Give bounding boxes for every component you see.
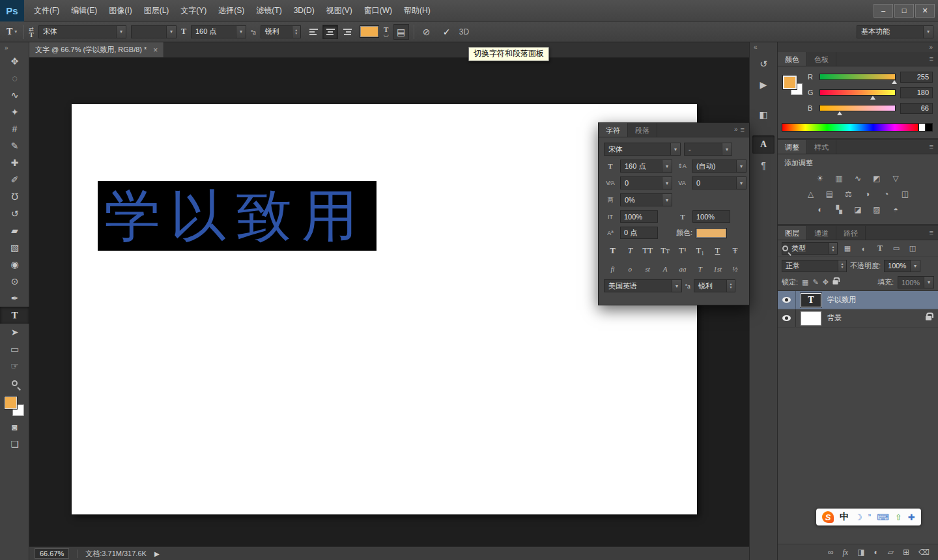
expand-panels-icon[interactable]: « <box>754 44 758 51</box>
fill-select[interactable]: 100% ▾ <box>898 276 934 288</box>
text-layer-thumbnail[interactable]: T <box>801 293 821 307</box>
panel-menu-icon[interactable]: ≡ <box>930 140 938 154</box>
red-slider[interactable] <box>819 74 896 80</box>
chevron-down-icon[interactable]: ▾ <box>662 194 672 206</box>
filter-shape-layers-icon[interactable]: ▭ <box>890 243 903 255</box>
ime-language-toggle[interactable]: 中 <box>840 511 849 523</box>
zoom-level-field[interactable]: 66.67% <box>35 548 69 559</box>
chevron-down-icon[interactable]: ▾ <box>736 160 746 172</box>
eraser-tool[interactable]: ▰ <box>0 222 29 239</box>
lock-transparency-icon[interactable]: ▦ <box>802 278 808 287</box>
background-layer-thumbnail[interactable] <box>801 311 821 326</box>
stepper-icon[interactable]: ▲ ▼ <box>292 26 300 38</box>
close-button[interactable]: ✕ <box>915 4 935 18</box>
menu-item-filter[interactable]: 滤镜(T) <box>250 0 287 21</box>
menu-item-3d[interactable]: 3D(D) <box>288 0 320 21</box>
underline-button[interactable]: T <box>710 244 725 257</box>
add-layer-mask-icon[interactable]: ◨ <box>857 548 864 557</box>
language-select[interactable]: 美国英语 ▾ <box>604 279 682 292</box>
layer-name[interactable]: 学以致用 <box>827 295 938 305</box>
menu-item-image[interactable]: 图像(I) <box>103 0 137 21</box>
brightness-contrast-icon[interactable]: ☀ <box>813 173 827 184</box>
blur-tool[interactable]: ◉ <box>0 256 29 273</box>
char-anti-alias-select[interactable]: 锐利 ▲ ▼ <box>694 279 735 292</box>
small-caps-button[interactable]: Tᴛ <box>658 244 673 257</box>
foreground-color-swatch[interactable] <box>5 397 17 409</box>
collapse-panel-icon[interactable]: » <box>734 123 741 137</box>
curves-icon[interactable]: ∿ <box>851 173 865 184</box>
align-left-button[interactable] <box>306 25 321 39</box>
type-tool[interactable]: T <box>0 307 29 324</box>
new-group-icon[interactable]: ▱ <box>888 548 894 557</box>
panel-menu-icon[interactable]: ≡ <box>741 123 749 137</box>
tab-styles[interactable]: 样式 <box>807 140 836 154</box>
visibility-toggle[interactable] <box>778 291 796 309</box>
quick-selection-tool[interactable]: ✦ <box>0 104 29 120</box>
skin-icon[interactable]: ⇧ <box>895 512 902 522</box>
stepper-icon[interactable]: ▲ ▼ <box>829 243 837 254</box>
spot-healing-tool[interactable]: ✚ <box>0 154 29 171</box>
panel-menu-icon[interactable]: ≡ <box>930 226 938 240</box>
chevron-down-icon[interactable]: ▾ <box>662 177 672 189</box>
dodge-tool[interactable]: ⊙ <box>0 273 29 290</box>
screen-mode-button[interactable]: ❏ <box>0 436 29 453</box>
fractions-button[interactable]: ½ <box>728 262 743 275</box>
menu-item-view[interactable]: 视图(V) <box>320 0 358 21</box>
horizontal-scale-field[interactable]: 100% <box>692 210 730 223</box>
keyboard-icon[interactable]: ⌨ <box>877 512 889 522</box>
filter-type-layers-icon[interactable]: T <box>874 243 887 255</box>
filter-adjustment-layers-icon[interactable]: ◐ <box>857 243 870 255</box>
green-value-field[interactable]: 180 <box>900 87 933 98</box>
tracking-select[interactable]: 0 ▾ <box>692 176 746 189</box>
collapse-tools-icon[interactable]: » <box>5 44 8 51</box>
align-center-button[interactable] <box>322 25 338 39</box>
font-style-select[interactable]: ▾ <box>131 25 177 38</box>
panel-menu-icon[interactable]: ≡ <box>930 52 938 66</box>
collapse-panels-icon[interactable]: » <box>929 44 933 51</box>
titling-alternates-button[interactable]: T <box>692 262 707 275</box>
character-panel-button[interactable]: A <box>752 135 775 154</box>
clone-stamp-tool[interactable]: ℧ <box>0 188 29 205</box>
sogou-logo-icon[interactable]: S <box>822 511 834 523</box>
chevron-down-icon[interactable]: ▾ <box>672 280 681 292</box>
color-lookup-icon[interactable]: ▽ <box>888 173 903 184</box>
crop-tool[interactable]: # <box>0 120 29 137</box>
stepper-icon[interactable]: ▲ ▼ <box>838 260 846 272</box>
red-value-field[interactable]: 255 <box>900 72 933 83</box>
stepper-icon[interactable]: ▲ ▼ <box>726 280 735 292</box>
chevron-down-icon[interactable]: ▾ <box>236 26 246 38</box>
exposure-icon[interactable]: ◩ <box>870 173 884 184</box>
properties-panel-button[interactable]: ◧ <box>752 105 775 124</box>
filter-kind-select[interactable]: 类型 ▲ ▼ <box>782 242 838 255</box>
chevron-down-icon[interactable]: ▾ <box>116 26 126 38</box>
chevron-down-icon[interactable]: ▾ <box>924 277 933 288</box>
chevron-down-icon[interactable]: ▾ <box>670 143 680 155</box>
gradient-tool[interactable]: ▧ <box>0 239 29 256</box>
actions-panel-button[interactable]: ▶ <box>752 76 775 94</box>
filter-smart-objects-icon[interactable]: ◫ <box>906 243 919 255</box>
new-layer-icon[interactable]: ⊞ <box>903 548 909 557</box>
gradient-map-icon[interactable]: ▨ <box>870 204 884 216</box>
chevron-down-icon[interactable]: ▾ <box>662 160 672 172</box>
char-font-size-select[interactable]: 160 点 ▾ <box>620 160 672 173</box>
menu-item-select[interactable]: 选择(S) <box>212 0 250 21</box>
ordinals-button[interactable]: 1st <box>710 262 725 275</box>
chevron-down-icon[interactable]: ▾ <box>910 260 920 272</box>
blend-mode-select[interactable]: 正常 ▲ ▼ <box>782 260 847 272</box>
color-balance-icon[interactable]: ⚖ <box>842 188 856 200</box>
tab-swatches[interactable]: 色板 <box>807 52 836 66</box>
align-right-button[interactable] <box>339 25 355 39</box>
toggle-character-paragraph-panel-button[interactable]: ▤ <box>393 24 409 40</box>
levels-icon[interactable]: ▥ <box>832 173 846 184</box>
black-white-icon[interactable]: ◑ <box>860 188 875 200</box>
layer-row-background[interactable]: 背景 <box>778 309 938 328</box>
tab-color[interactable]: 颜色 <box>778 52 807 66</box>
opacity-select[interactable]: 100% ▾ <box>884 260 920 272</box>
cancel-edits-button[interactable]: ⊘ <box>419 24 434 40</box>
menu-item-layer[interactable]: 图层(L) <box>138 0 175 21</box>
faux-italic-button[interactable]: T <box>623 244 638 257</box>
posterize-icon[interactable]: ▚ <box>832 204 846 216</box>
layer-name[interactable]: 背景 <box>827 313 926 323</box>
quick-mask-button[interactable]: ◙ <box>0 419 29 436</box>
red-slider-handle[interactable] <box>892 80 897 84</box>
